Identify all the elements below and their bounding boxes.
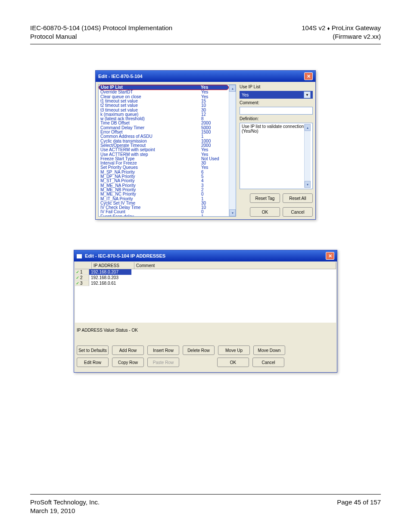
comment-label: Comment: [240, 100, 313, 105]
value-select[interactable]: Yes ▼ [240, 91, 313, 99]
ip-row[interactable]: ✓1192.168.0.207 [75, 269, 336, 275]
parameter-value: 0 [201, 210, 227, 214]
edit-row-button[interactable]: Edit Row [77, 358, 109, 367]
insert-row-button[interactable]: Insert Row [147, 345, 179, 355]
ok-button[interactable]: OK [217, 358, 249, 367]
ip-grid[interactable]: IP ADDRESS Comment ✓1192.168.0.207✓2192.… [75, 262, 336, 323]
parameter-value: 12 [201, 112, 227, 117]
reset-tag-button[interactable]: Reset Tag [250, 193, 280, 203]
ip-row[interactable]: ✓3192.168.0.61 [75, 280, 336, 286]
grid-header-row: IP ADDRESS Comment [75, 262, 336, 269]
move-down-button[interactable]: Move Down [253, 345, 285, 355]
dialog-ip-addresses: Edit - IEC-870-5-104 IP ADDRESSES ✕ IP A… [74, 250, 337, 373]
ip-cell[interactable]: 192.168.0.203 [89, 275, 131, 280]
field-label: Use IP List [240, 84, 313, 89]
header-right-line1: 104S v2 ♦ ProLinx Gateway [302, 24, 381, 32]
parameter-value: Yes [201, 148, 227, 152]
delete-row-button[interactable]: Delete Row [183, 345, 215, 355]
header-divider [30, 44, 381, 44]
footer-divider [30, 494, 381, 495]
parameter-label: Use ACTTERM with setpoint [100, 148, 201, 152]
move-up-button[interactable]: Move Up [218, 345, 250, 355]
row-index: ✓3 [75, 280, 89, 286]
status-text: IP ADDRESS Value Status - OK [77, 326, 334, 345]
parameter-row[interactable]: Use ACTTERM with setpointYes [99, 148, 229, 152]
parameter-value: 3 [201, 184, 227, 188]
comment-input[interactable] [240, 107, 313, 115]
parameter-value: 1 [201, 215, 227, 217]
dialog1-title-text: Edit - IEC-870-5-104 [98, 74, 143, 79]
reset-all-button[interactable]: Reset All [283, 193, 313, 203]
add-row-button[interactable]: Add Row [112, 345, 144, 355]
parameter-value: 6 [201, 170, 227, 174]
parameter-value: 10 [201, 205, 227, 210]
header-right-line2: (Firmware v2.xx) [302, 32, 381, 41]
definition-label: Definition: [240, 116, 313, 121]
parameter-row[interactable]: Event Scan delay1 [99, 215, 229, 217]
close-icon[interactable]: ✕ [304, 72, 313, 80]
cancel-button[interactable]: Cancel [252, 358, 284, 367]
ip-row[interactable]: ✓2192.168.0.203 [75, 275, 336, 280]
parameter-value: Yes [201, 165, 227, 170]
dialog2-titlebar: Edit - IEC-870-5-104 IP ADDRESSES ✕ [74, 250, 337, 261]
footer-date: March 19, 2010 [30, 507, 100, 515]
ok-button[interactable]: OK [250, 207, 280, 217]
header-left-line2: Protocol Manual [30, 32, 172, 41]
check-icon: ✓ [76, 275, 79, 280]
column-ip[interactable]: IP ADDRESS [92, 262, 134, 269]
parameter-value: 2 [201, 188, 227, 192]
parameter-label: Event Scan delay [100, 215, 201, 217]
set-defaults-button[interactable]: Set to Defaults [77, 345, 109, 355]
copy-row-button[interactable]: Copy Row [112, 358, 144, 367]
parameter-value: 5 [201, 174, 227, 179]
dialog1-titlebar: Edit - IEC-870-5-104 ✕ [96, 71, 315, 82]
parameter-label: M_ME_NC Priority [100, 192, 201, 196]
scrollbar[interactable]: ▴ ▾ [304, 124, 311, 188]
window-icon [77, 254, 82, 258]
scrollbar[interactable]: ▴ ▾ [229, 85, 236, 216]
check-icon: ✓ [76, 269, 79, 275]
close-icon[interactable]: ✕ [326, 252, 334, 260]
paste-row-button[interactable]: Paste Row [147, 358, 179, 367]
column-comment[interactable]: Comment [134, 262, 336, 269]
parameter-label: Use IP List [101, 85, 201, 90]
dialog-edit-iec: Edit - IEC-870-5-104 ✕ Use IP ListYesOve… [95, 70, 316, 220]
check-icon: ✓ [76, 280, 79, 286]
select-value: Yes [242, 93, 249, 97]
page-header: IEC-60870-5-104 (104S) Protocol Implemen… [30, 24, 381, 40]
ip-cell[interactable]: 192.168.0.61 [89, 280, 131, 286]
row-index: ✓2 [75, 275, 89, 280]
scroll-down-icon[interactable]: ▾ [229, 209, 236, 216]
scroll-down-icon[interactable]: ▾ [305, 181, 311, 188]
parameter-value: 4 [201, 179, 227, 183]
scroll-up-icon[interactable]: ▴ [305, 124, 311, 131]
dialog2-title-text: Edit - IEC-870-5-104 IP ADDRESSES [85, 253, 165, 258]
footer-page-number: Page 45 of 157 [337, 498, 381, 507]
parameter-value: 1500 [201, 130, 227, 134]
scroll-up-icon[interactable]: ▴ [229, 85, 236, 92]
parameter-list[interactable]: Use IP ListYesOverride StartDTYesClear q… [98, 84, 236, 217]
parameter-value: 0 [201, 192, 227, 196]
chevron-down-icon[interactable]: ▼ [304, 91, 311, 98]
ip-cell[interactable]: 192.168.0.207 [89, 269, 131, 275]
header-left-line1: IEC-60870-5-104 (104S) Protocol Implemen… [30, 24, 172, 32]
footer-company: ProSoft Technology, Inc. [30, 498, 100, 507]
parameter-value: Yes [201, 85, 227, 90]
definition-text: Use IP list to validate connection (Yes/… [242, 124, 304, 188]
definition-textarea: Use IP list to validate connection (Yes/… [240, 123, 313, 189]
row-index: ✓1 [75, 269, 89, 275]
page-footer: ProSoft Technology, Inc. March 19, 2010 … [30, 498, 381, 515]
cancel-button[interactable]: Cancel [283, 207, 313, 217]
parameter-row[interactable]: M_ME_NC Priority0 [99, 192, 229, 196]
